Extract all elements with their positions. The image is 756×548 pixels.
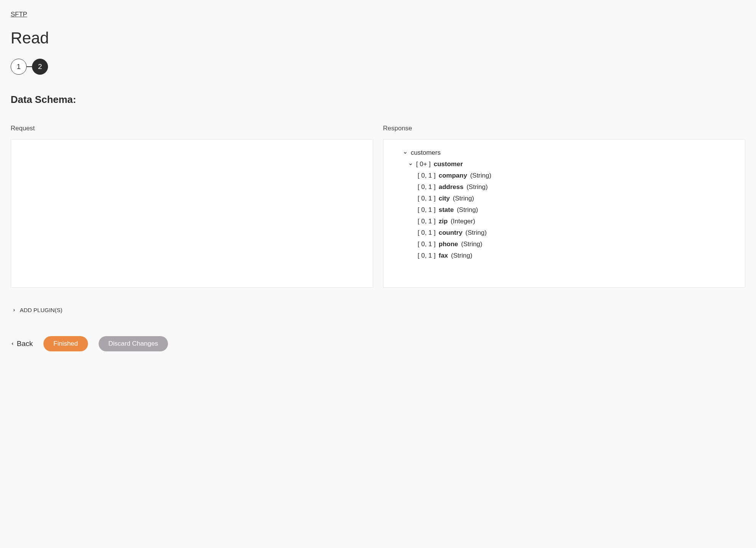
tree-node-label: city: [439, 195, 450, 202]
add-plugins-toggle[interactable]: ADD PLUGIN(S): [11, 307, 745, 313]
step-2[interactable]: 2: [32, 59, 48, 75]
step-1[interactable]: 1: [11, 59, 27, 75]
tree-node-type: (Integer): [451, 218, 475, 225]
tree-node-field[interactable]: [ 0, 1 ] fax (String): [393, 250, 736, 261]
tree-node-type: (String): [467, 183, 488, 191]
add-plugins-label: ADD PLUGIN(S): [20, 307, 62, 313]
tree-node-label: company: [439, 172, 467, 179]
tree-node-field[interactable]: [ 0, 1 ] zip (Integer): [393, 216, 736, 227]
tree-node-label: customer: [434, 160, 463, 168]
tree-node-type: (String): [465, 229, 487, 237]
tree-node-label: customers: [411, 149, 441, 157]
tree-node-cardinality: [ 0, 1 ]: [418, 229, 436, 237]
tree-node-type: (String): [457, 206, 478, 214]
back-button[interactable]: Back: [11, 340, 33, 348]
breadcrumb-sftp[interactable]: SFTP: [11, 11, 27, 18]
tree-node-customers[interactable]: customers: [393, 147, 736, 159]
footer-actions: Back Finished Discard Changes: [11, 336, 745, 351]
tree-node-cardinality: [ 0, 1 ]: [418, 252, 436, 260]
chevron-left-icon: [11, 342, 14, 346]
tree-node-label: country: [439, 229, 462, 237]
discard-changes-button[interactable]: Discard Changes: [99, 336, 168, 351]
step-connector: [27, 66, 32, 67]
tree-node-type: (String): [461, 240, 483, 248]
request-panel[interactable]: [11, 139, 373, 288]
tree-node-cardinality: [ 0+ ]: [416, 160, 431, 168]
request-label: Request: [11, 125, 373, 132]
tree-node-cardinality: [ 0, 1 ]: [418, 172, 436, 179]
page-title: Read: [11, 29, 745, 47]
tree-node-type: (String): [453, 195, 474, 202]
back-label: Back: [17, 340, 33, 348]
tree-node-field[interactable]: [ 0, 1 ] company (String): [393, 170, 736, 181]
tree-node-label: zip: [439, 218, 448, 225]
chevron-down-icon[interactable]: [403, 150, 408, 155]
response-column: Response customers [ 0+ ] customer [ 0, …: [383, 125, 746, 288]
tree-node-field[interactable]: [ 0, 1 ] country (String): [393, 227, 736, 239]
stepper: 1 2: [11, 59, 745, 75]
tree-node-cardinality: [ 0, 1 ]: [418, 195, 436, 202]
chevron-right-icon: [12, 308, 16, 312]
tree-node-field[interactable]: [ 0, 1 ] address (String): [393, 181, 736, 193]
tree-node-field[interactable]: [ 0, 1 ] phone (String): [393, 239, 736, 250]
tree-node-customer[interactable]: [ 0+ ] customer: [393, 159, 736, 170]
chevron-down-icon[interactable]: [408, 162, 413, 167]
tree-node-label: state: [439, 206, 454, 214]
response-label: Response: [383, 125, 746, 132]
tree-node-label: fax: [439, 252, 448, 260]
tree-node-type: (String): [470, 172, 491, 179]
finished-button[interactable]: Finished: [43, 336, 88, 351]
request-column: Request: [11, 125, 373, 288]
tree-node-cardinality: [ 0, 1 ]: [418, 183, 436, 191]
schema-panels: Request Response customers [ 0+ ] custom…: [11, 125, 745, 288]
tree-node-label: address: [439, 183, 464, 191]
tree-node-cardinality: [ 0, 1 ]: [418, 206, 436, 214]
tree-node-field[interactable]: [ 0, 1 ] city (String): [393, 193, 736, 204]
tree-node-type: (String): [451, 252, 472, 260]
tree-node-cardinality: [ 0, 1 ]: [418, 218, 436, 225]
tree-node-label: phone: [439, 240, 458, 248]
data-schema-heading: Data Schema:: [11, 94, 745, 106]
tree-node-field[interactable]: [ 0, 1 ] state (String): [393, 204, 736, 216]
tree-node-cardinality: [ 0, 1 ]: [418, 240, 436, 248]
response-panel[interactable]: customers [ 0+ ] customer [ 0, 1 ] compa…: [383, 139, 746, 288]
